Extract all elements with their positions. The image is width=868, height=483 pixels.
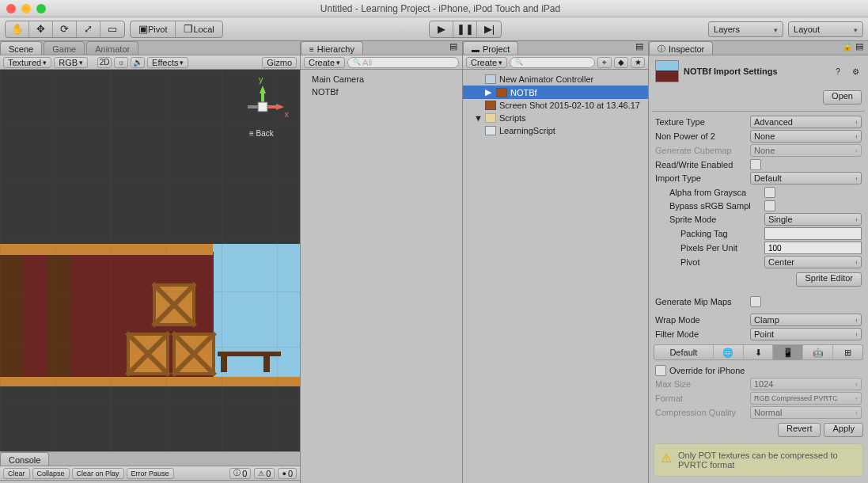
- rotate-tool[interactable]: ⟳: [53, 21, 77, 37]
- project-item[interactable]: New Animator Controller: [463, 73, 648, 86]
- filter-dropdown[interactable]: Point: [750, 328, 862, 340]
- platform-blackberry[interactable]: ⊞: [833, 345, 862, 359]
- format-dropdown: RGB Compressed PVRTC: [750, 392, 862, 405]
- audio-toggle[interactable]: 🔊: [131, 57, 145, 68]
- console-error-count[interactable]: ● 0: [278, 468, 297, 479]
- mode-2d-toggle[interactable]: 2D: [97, 57, 112, 68]
- importtype-label: Import Type: [655, 173, 750, 183]
- sprite-editor-button[interactable]: Sprite Editor: [796, 272, 862, 287]
- zoom-window-button[interactable]: [36, 4, 46, 13]
- shading-dropdown[interactable]: Textured ▾: [3, 57, 51, 68]
- console-warn-count[interactable]: ⚠ 0: [254, 468, 275, 479]
- srgb-label: Bypass sRGB Sampl: [669, 201, 764, 211]
- pause-button[interactable]: ❚❚: [453, 21, 477, 37]
- console-clearonplay-toggle[interactable]: Clear on Play: [72, 468, 124, 479]
- hierarchy-menu-icon[interactable]: ▤: [445, 41, 462, 55]
- close-window-button[interactable]: [6, 4, 16, 13]
- project-search-input[interactable]: [510, 57, 595, 68]
- svg-marker-3: [276, 104, 284, 110]
- tab-console[interactable]: Console: [0, 452, 49, 466]
- move-tool[interactable]: ✥: [29, 21, 53, 37]
- hierarchy-item[interactable]: Main Camera: [301, 73, 462, 86]
- gizmo-back-label: ≡ Back: [249, 129, 274, 138]
- effects-dropdown[interactable]: Effects ▾: [147, 57, 188, 68]
- wrap-label: Wrap Mode: [655, 315, 750, 325]
- platform-web[interactable]: 🌐: [714, 345, 744, 359]
- project-item[interactable]: Screen Shot 2015-02-10 at 13.46.17: [463, 99, 648, 112]
- gizmo-icon: [241, 86, 284, 128]
- hierarchy-item[interactable]: NOTBf: [301, 86, 462, 98]
- tab-hierarchy[interactable]: ≡ Hierarchy: [301, 41, 363, 55]
- readwrite-checkbox[interactable]: [750, 159, 761, 170]
- project-item-selected[interactable]: ▶NOTBf: [463, 86, 648, 99]
- step-button[interactable]: ▶|: [477, 21, 501, 37]
- tab-inspector[interactable]: ⓘ Inspector: [649, 41, 713, 55]
- tab-scene[interactable]: Scene: [0, 41, 42, 55]
- project-folder[interactable]: ▼Scripts: [463, 112, 648, 124]
- script-icon: [485, 126, 496, 135]
- importtype-dropdown[interactable]: Default: [750, 172, 862, 184]
- console-errorpause-toggle[interactable]: Error Pause: [127, 468, 174, 479]
- warning-icon: ⚠: [661, 451, 672, 466]
- lighting-toggle[interactable]: ☼: [114, 57, 128, 68]
- mipmaps-label: Generate Mip Maps: [655, 297, 750, 306]
- inspector-panel: ⓘ Inspector 🔒 ▤ NOTBf Import Settings ? …: [649, 41, 868, 483]
- settings-icon[interactable]: ⚙: [849, 65, 862, 78]
- srgb-checkbox[interactable]: [764, 200, 775, 211]
- help-icon[interactable]: ?: [832, 65, 844, 78]
- minimize-window-button[interactable]: [21, 4, 31, 13]
- texture-type-dropdown[interactable]: Advanced: [750, 116, 862, 128]
- hierarchy-create-dropdown[interactable]: Create ▾: [304, 57, 345, 68]
- project-item[interactable]: LearningScript: [463, 124, 648, 137]
- alphagray-checkbox[interactable]: [764, 187, 775, 198]
- layers-label: Layers: [714, 25, 740, 34]
- pivot-dropdown[interactable]: Center: [764, 256, 862, 268]
- axis-y-label: y: [259, 74, 263, 84]
- tab-game[interactable]: Game: [44, 41, 85, 55]
- console-clear-button[interactable]: Clear: [3, 468, 30, 479]
- platform-standalone[interactable]: ⬇: [744, 345, 774, 359]
- project-filter-icon[interactable]: ⌖: [597, 57, 612, 68]
- hand-tool[interactable]: ✋: [6, 21, 29, 37]
- ppu-input[interactable]: [764, 242, 862, 254]
- gizmos-dropdown[interactable]: Gizmo: [262, 57, 297, 68]
- orientation-gizmo[interactable]: y x ≡ Back: [235, 74, 290, 138]
- layers-dropdown[interactable]: Layers: [708, 21, 783, 37]
- revert-button[interactable]: Revert: [778, 423, 821, 437]
- play-button[interactable]: ▶: [430, 21, 453, 37]
- tab-project[interactable]: ▬ Project: [463, 41, 518, 55]
- open-button[interactable]: Open: [823, 90, 862, 105]
- project-save-icon[interactable]: ★: [631, 57, 645, 68]
- console-collapse-toggle[interactable]: Collapse: [32, 468, 70, 479]
- spritemode-dropdown[interactable]: Single: [764, 213, 862, 226]
- layout-dropdown[interactable]: Layout: [788, 21, 863, 37]
- wrap-dropdown[interactable]: Clamp: [750, 314, 862, 326]
- maxsize-dropdown: 1024: [750, 378, 862, 390]
- mipmaps-checkbox[interactable]: [750, 296, 761, 307]
- color-dropdown[interactable]: RGB ▾: [54, 57, 88, 68]
- scale-tool[interactable]: ⤢: [77, 21, 100, 37]
- project-type-icon[interactable]: ◆: [614, 57, 628, 68]
- platform-ios[interactable]: 📱: [773, 345, 803, 359]
- scene-viewport[interactable]: y x ≡ Back: [0, 70, 300, 451]
- apply-button[interactable]: Apply: [824, 423, 863, 437]
- project-create-dropdown[interactable]: Create ▾: [466, 57, 507, 68]
- texture-type-label: Texture Type: [655, 117, 750, 127]
- pivot-toggle[interactable]: ▣ Pivot: [131, 21, 176, 37]
- platform-android[interactable]: 🤖: [803, 345, 833, 359]
- local-toggle[interactable]: ❒ Local: [176, 21, 222, 37]
- controller-icon: [485, 74, 496, 84]
- platform-default[interactable]: Default: [654, 345, 714, 359]
- inspector-lock-icon[interactable]: 🔒 ▤: [837, 41, 868, 55]
- spritemode-label: Sprite Mode: [669, 215, 764, 224]
- console-info-count[interactable]: ⓘ 0: [229, 468, 251, 479]
- override-checkbox[interactable]: [655, 365, 666, 376]
- npot-dropdown[interactable]: None: [750, 130, 862, 143]
- maxsize-label: Max Size: [655, 379, 750, 389]
- scene-content: [0, 244, 300, 386]
- project-menu-icon[interactable]: ▤: [631, 41, 648, 55]
- rect-tool[interactable]: ▭: [100, 21, 124, 37]
- hierarchy-search-input[interactable]: All: [347, 57, 459, 68]
- packingtag-input[interactable]: [764, 227, 862, 240]
- tab-animator[interactable]: Animator: [86, 41, 138, 55]
